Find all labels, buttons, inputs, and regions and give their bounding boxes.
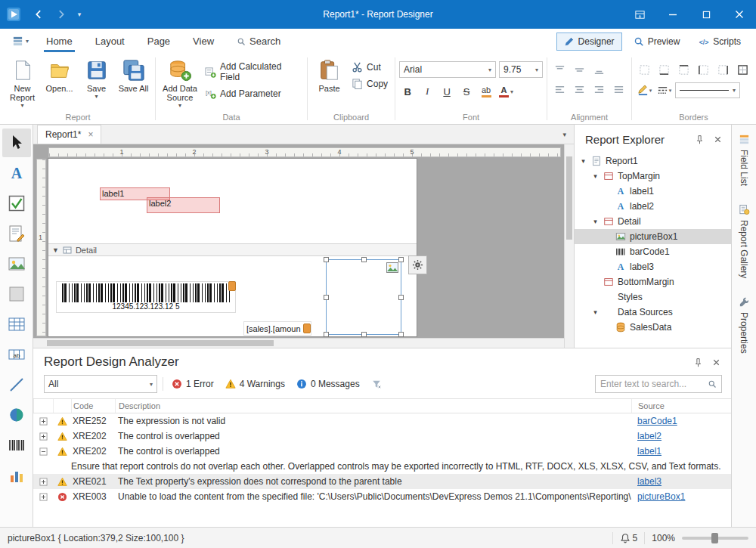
- error-source-link[interactable]: label2: [637, 431, 662, 441]
- underline-button[interactable]: U: [438, 83, 455, 100]
- tree-item-topmargin[interactable]: ▾TopMargin: [575, 169, 731, 184]
- source-column-header[interactable]: Source: [631, 399, 731, 413]
- quick-access-dropdown-icon[interactable]: ▾: [73, 0, 86, 29]
- back-button[interactable]: [27, 0, 50, 29]
- row-expander-icon[interactable]: [33, 447, 53, 456]
- resize-handle[interactable]: [398, 332, 404, 337]
- align-left-button[interactable]: [551, 82, 569, 98]
- row-expander-icon[interactable]: [33, 432, 53, 441]
- notifications-button[interactable]: 5: [620, 533, 638, 543]
- analyzer-row[interactable]: XRE252The expression is not validbarCode…: [33, 413, 731, 429]
- font-name-combobox[interactable]: Arial ▾: [399, 61, 496, 78]
- font-size-combobox[interactable]: 9.75 ▾: [499, 61, 543, 78]
- tree-expander-icon[interactable]: ▾: [591, 172, 600, 180]
- error-source-link[interactable]: pictureBox1: [637, 491, 685, 502]
- resize-handle[interactable]: [361, 257, 367, 262]
- app-icon[interactable]: [0, 0, 27, 29]
- resize-handle[interactable]: [361, 332, 367, 337]
- tool-picture-box[interactable]: [2, 249, 31, 278]
- forward-button[interactable]: [50, 0, 73, 29]
- description-column-header[interactable]: Description: [115, 399, 631, 413]
- design-surface[interactable]: 12345 1 label1 label2 ▼: [33, 144, 574, 348]
- mode-button-preview[interactable]: Preview: [626, 33, 688, 51]
- tree-item-label2[interactable]: Alabel2: [575, 199, 731, 214]
- tool-character-comb[interactable]: ab: [2, 340, 31, 369]
- ribbon-tab-home[interactable]: Home: [35, 29, 84, 54]
- close-button[interactable]: [723, 0, 756, 29]
- detail-band[interactable]: 12345.123.123.12 5 [sales].[amoun: [48, 256, 417, 336]
- collapse-band-icon[interactable]: ▼: [52, 246, 59, 254]
- tree-item-data-sources[interactable]: ▾Data Sources: [575, 305, 731, 320]
- border-left-button[interactable]: [695, 62, 712, 78]
- scrollbar-thumb[interactable]: [47, 340, 274, 346]
- control-barcode1[interactable]: 12345.123.123.12 5: [56, 281, 236, 313]
- control-label2[interactable]: label2: [147, 197, 220, 213]
- border-none-button[interactable]: [636, 62, 653, 78]
- warnings-toggle-button[interactable]: 4 Warnings: [222, 377, 288, 391]
- tree-expander-icon[interactable]: ▾: [579, 157, 587, 165]
- error-source-link[interactable]: barCode1: [637, 416, 677, 426]
- zoom-slider[interactable]: [682, 537, 748, 540]
- smart-tag-icon[interactable]: [228, 281, 236, 291]
- border-line-style-button[interactable]: ▾: [655, 82, 673, 98]
- border-right-button[interactable]: [714, 62, 732, 78]
- analyzer-filter-combobox[interactable]: All ▾: [44, 375, 157, 393]
- tool-line[interactable]: [2, 370, 31, 399]
- close-icon[interactable]: [707, 354, 725, 370]
- copy-button[interactable]: Copy: [349, 78, 391, 89]
- tree-item-label1[interactable]: Alabel1: [575, 184, 731, 199]
- tool-check-box[interactable]: [2, 189, 31, 218]
- mode-button-designer[interactable]: Designer: [556, 33, 622, 51]
- align-justify-button[interactable]: [610, 82, 627, 98]
- open-button[interactable]: Open...: [42, 55, 77, 111]
- tool-panel[interactable]: [2, 280, 31, 308]
- cut-button[interactable]: Cut: [349, 61, 391, 73]
- maximize-button[interactable]: [689, 0, 723, 29]
- row-expander-icon[interactable]: [33, 493, 53, 501]
- italic-button[interactable]: I: [419, 83, 435, 100]
- tool-label[interactable]: A: [2, 159, 31, 187]
- border-width-combobox[interactable]: ▾: [675, 82, 740, 98]
- analyzer-row[interactable]: XRE021The Text property's expression doe…: [33, 474, 731, 489]
- tree-item-styles[interactable]: Styles: [575, 289, 731, 305]
- smart-tag-gear-button[interactable]: [408, 255, 427, 274]
- save-all-button[interactable]: Save All: [116, 55, 151, 111]
- add-data-source-button[interactable]: Add Data Source ▾: [160, 55, 200, 111]
- ribbon-display-options-icon[interactable]: [623, 0, 656, 29]
- code-column-header[interactable]: Code: [71, 399, 115, 413]
- document-tab-report1[interactable]: Report1* ×: [37, 125, 101, 144]
- paste-button[interactable]: Paste: [311, 55, 347, 111]
- analyzer-row[interactable]: XRE003Unable to load the content from th…: [33, 489, 731, 504]
- ribbon-tab-layout[interactable]: Layout: [84, 29, 136, 54]
- resize-handle[interactable]: [324, 332, 329, 337]
- border-color-button[interactable]: ▾: [636, 82, 653, 98]
- tool-shape[interactable]: [2, 401, 31, 429]
- minimize-button[interactable]: [656, 0, 689, 29]
- mode-button-scripts[interactable]: </>Scripts: [691, 33, 748, 51]
- border-top-button[interactable]: [675, 62, 692, 78]
- font-color-button[interactable]: A ▾: [497, 83, 515, 100]
- scrollbar-thumb[interactable]: [566, 156, 572, 240]
- analyzer-row[interactable]: XRE202The control is overlappedlabel2: [33, 429, 731, 444]
- control-label3[interactable]: [sales].[amoun: [243, 321, 311, 336]
- new-report-button[interactable]: New Report ▾: [5, 55, 40, 111]
- bold-button[interactable]: B: [399, 83, 416, 100]
- control-picturebox1[interactable]: [326, 259, 401, 335]
- analyzer-row[interactable]: XRE202The control is overlappedlabel1: [33, 444, 731, 459]
- tree-expander-icon[interactable]: ▾: [591, 308, 600, 316]
- resize-handle[interactable]: [398, 257, 404, 262]
- messages-toggle-button[interactable]: 0 Messages: [293, 377, 363, 391]
- ribbon-tab-page[interactable]: Page: [136, 29, 181, 54]
- align-center-button[interactable]: [571, 82, 588, 98]
- error-source-link[interactable]: label3: [637, 476, 662, 487]
- strikethrough-button[interactable]: S: [458, 83, 475, 100]
- ribbon-tab-search[interactable]: Search: [225, 29, 292, 54]
- tool-chart[interactable]: [2, 461, 31, 490]
- clear-filter-icon[interactable]: [368, 376, 385, 392]
- resize-handle[interactable]: [398, 295, 404, 300]
- text-highlight-button[interactable]: ab: [478, 83, 494, 100]
- ribbon-tab-view[interactable]: View: [181, 29, 225, 54]
- design-vertical-scrollbar[interactable]: [564, 144, 574, 348]
- tree-item-barcode1[interactable]: barCode1: [575, 244, 731, 259]
- border-bottom-button[interactable]: [655, 62, 673, 78]
